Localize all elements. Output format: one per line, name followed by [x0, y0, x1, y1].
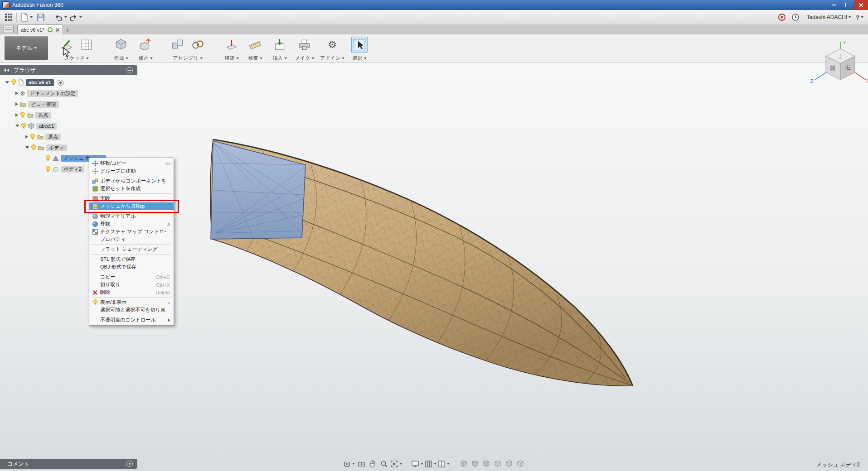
menu-item-toggle-selectable[interactable]: 選択可能と選択不可を切り替え [89, 306, 174, 314]
notifications-clock-icon[interactable] [790, 11, 801, 23]
user-account-menu[interactable]: Tadashi ADACHI [807, 14, 851, 20]
expand-icon[interactable] [15, 113, 18, 117]
tree-row-doc-settings[interactable]: ⚙ ドキュメントの設定 [0, 88, 78, 98]
grid-settings-icon[interactable] [425, 458, 436, 469]
3d-print-icon[interactable] [296, 37, 313, 53]
menu-item-show-hide[interactable]: 表示/非表示v [89, 298, 174, 306]
ribbon-group-construct-label[interactable]: 構築 [223, 55, 240, 62]
menu-item-properties[interactable]: プロパティ [89, 236, 174, 243]
visibility-bulb-icon[interactable] [45, 166, 51, 172]
effect-cube-icon-2[interactable] [470, 458, 480, 469]
activate-component-radio[interactable] [58, 80, 63, 86]
ribbon-group-make-label[interactable]: メイク [295, 55, 315, 62]
tree-label-origin[interactable]: 原点 [35, 112, 51, 119]
addins-gear-icon[interactable]: ⚙ [324, 37, 340, 53]
expand-icon[interactable] [15, 125, 19, 127]
menu-item-copy[interactable]: コピーCtrl+C [89, 273, 174, 281]
tree-row-body2[interactable]: ボディ2 [0, 164, 84, 174]
menu-item-move-copy[interactable]: 移動/コピーm [89, 159, 174, 167]
menu-item-component-from-body[interactable]: ボディからコンポーネントを作成 [89, 177, 174, 185]
menu-item-save-as-stl[interactable]: STL 形式で保存 [89, 255, 174, 263]
expand-icon[interactable] [15, 91, 18, 95]
tree-row-component-abcd1[interactable]: abcd:1 [0, 121, 57, 131]
ribbon-group-inspect-label[interactable]: 検査 [247, 55, 263, 62]
new-tab-button[interactable]: + [63, 25, 72, 34]
expand-icon[interactable] [25, 146, 29, 149]
workspace-selector[interactable]: モデル [5, 36, 48, 60]
visibility-bulb-icon[interactable] [30, 134, 35, 140]
ribbon-group-modify-label[interactable]: 修正 [137, 55, 154, 62]
look-at-icon[interactable] [356, 458, 366, 469]
collapse-browser-icon[interactable] [4, 68, 10, 72]
viewports-icon[interactable] [438, 458, 450, 469]
ribbon-group-assemble-label[interactable]: アセンブリ [170, 55, 206, 62]
view-cube[interactable]: 上 前 右 Y X Z [809, 40, 868, 103]
insert-icon[interactable] [272, 37, 288, 53]
expand-icon[interactable] [15, 102, 18, 106]
menu-item-delete[interactable]: 削除Delete [89, 288, 174, 296]
help-menu[interactable]: ? [856, 14, 863, 21]
menu-item-save-as-obj[interactable]: OBJ 形式で保存 [89, 263, 174, 271]
menu-item-appearance[interactable]: 外観a [89, 220, 174, 228]
tree-label-origin-nested[interactable]: 原点 [45, 134, 61, 140]
minimize-button[interactable] [827, 0, 841, 10]
tree-label-body2[interactable]: ボディ2 [61, 166, 84, 173]
redo-icon[interactable] [69, 11, 82, 23]
browser-minimize-icon[interactable] [126, 67, 133, 73]
joint-icon[interactable] [189, 37, 206, 53]
menu-item-texture-map-controls[interactable]: テクスチャ マップ コントロール [89, 228, 174, 236]
tree-label-named-views[interactable]: ビュー管理 [28, 101, 59, 108]
document-tab[interactable]: abc v6 v1* [17, 24, 63, 34]
menu-item-physical-material[interactable]: 物理マテリアル [89, 212, 174, 220]
visibility-bulb-icon[interactable] [31, 144, 36, 151]
tree-row-root[interactable]: abc v6 v1 [0, 77, 63, 87]
file-menu-icon[interactable] [20, 11, 33, 23]
expand-icon[interactable] [25, 135, 28, 139]
comment-bar[interactable]: コメント [0, 459, 137, 469]
menu-item-cut[interactable]: 切り取りCtrl+X [89, 281, 174, 288]
save-icon[interactable] [34, 11, 46, 23]
new-component-icon[interactable] [170, 37, 186, 53]
maximize-button[interactable] [841, 0, 854, 10]
browser-panel-header[interactable]: ブラウザ [0, 65, 137, 75]
create-form-icon[interactable] [113, 37, 129, 53]
select-tool-icon[interactable] [351, 37, 368, 53]
visibility-bulb-icon[interactable] [11, 79, 16, 86]
tree-row-named-views[interactable]: ビュー管理 [0, 99, 59, 109]
sketch-palette-icon[interactable] [78, 37, 95, 53]
ribbon-group-insert-label[interactable]: 挿入 [272, 55, 288, 62]
measure-icon[interactable] [247, 37, 263, 53]
menu-item-opacity-control[interactable]: 不透明度のコントロール [89, 316, 174, 324]
menu-item-create-selection-set[interactable]: 選択セットを作成 [89, 185, 174, 192]
close-button[interactable] [854, 0, 868, 10]
data-panel-toggle-icon[interactable] [4, 26, 14, 33]
menu-item-move-to-group[interactable]: グループに移動 [89, 167, 174, 175]
construction-plane-icon[interactable] [223, 37, 240, 53]
orbit-icon[interactable] [343, 458, 355, 469]
visibility-bulb-icon[interactable] [20, 112, 25, 118]
tree-label-abcd1[interactable]: abcd:1 [36, 123, 57, 130]
zoom-icon[interactable] [379, 458, 389, 469]
fit-icon[interactable] [390, 458, 402, 469]
ribbon-group-sketch-label[interactable]: スケッチ [58, 55, 95, 62]
effect-cube-icon-3[interactable] [481, 458, 491, 469]
effect-cube-icon-1[interactable] [459, 458, 469, 469]
tree-row-origin-nested[interactable]: 原点 [0, 132, 61, 142]
menu-item-jikken[interactable]: 実験 [89, 195, 174, 202]
tree-label-root[interactable]: abc v6 v1 [26, 79, 54, 86]
tab-close-icon[interactable] [55, 28, 59, 32]
ribbon-group-addins-label[interactable]: アドイン [320, 55, 344, 62]
undo-icon[interactable] [54, 11, 67, 23]
visibility-bulb-icon[interactable] [45, 155, 51, 161]
ribbon-group-create-label[interactable]: 作成 [113, 55, 129, 62]
display-settings-icon[interactable] [411, 458, 423, 469]
menu-item-flat-shading[interactable]: フラット シェーディング [89, 245, 174, 253]
tree-row-origin[interactable]: 原点 [0, 110, 51, 120]
tree-label-bodies[interactable]: ボディ [46, 144, 67, 151]
effect-cube-icon-5[interactable] [504, 458, 514, 469]
job-status-icon[interactable] [776, 11, 788, 23]
tree-row-bodies[interactable]: ボディ [0, 143, 67, 153]
press-pull-icon[interactable] [137, 37, 154, 53]
menu-item-mesh-to-brep[interactable]: メッシュから BRep [89, 202, 174, 210]
effect-cube-icon-4[interactable] [493, 458, 503, 469]
